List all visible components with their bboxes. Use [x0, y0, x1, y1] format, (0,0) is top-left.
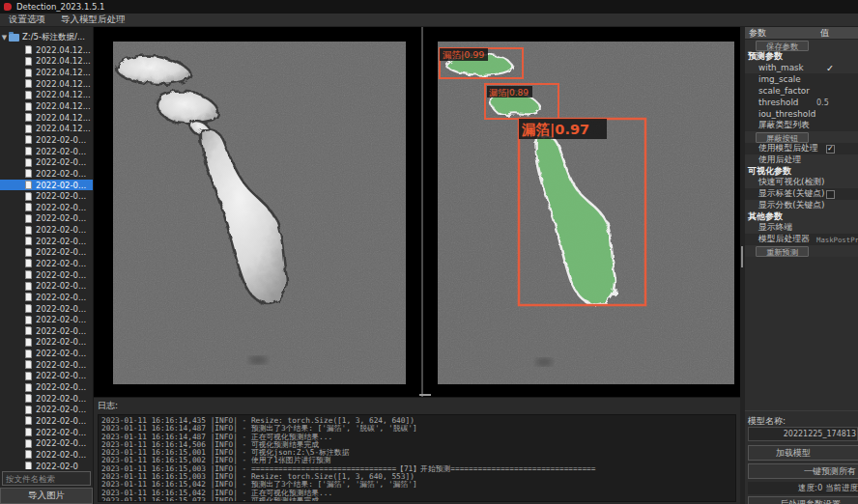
param-row[interactable]: scale_factor — [745, 85, 858, 97]
horizontal-splitter-handle[interactable] — [419, 394, 431, 396]
param-value[interactable]: MaskPostPro — [816, 234, 858, 245]
tree-item[interactable]: 2022.04.12... — [0, 56, 93, 68]
param-row[interactable]: threshold 0.5 — [745, 97, 858, 108]
tree-item[interactable]: 2022.04.12... — [0, 112, 93, 124]
tree-item-label: 2022-02-0... — [36, 247, 86, 257]
tree-item[interactable]: 2022-02-0... — [0, 134, 93, 146]
tree-item[interactable]: 2022-02-0... — [0, 359, 93, 371]
load-model-button[interactable]: 加载模型 — [748, 445, 858, 461]
param-row[interactable]: 屏蔽按钮 — [745, 131, 858, 143]
tree-item[interactable]: 2022-02-0... — [0, 236, 93, 247]
tree-item[interactable]: 2022.04.12... — [0, 78, 93, 90]
param-row[interactable]: 重新预测 — [745, 245, 858, 257]
parameters-panel: 参数 值 保存参数 预测参数 with_mask ✓ — [745, 27, 858, 504]
tree-item[interactable]: 2022-02-0... — [0, 381, 93, 393]
log-area: 日志: 2023-01-11 16:16:14,435 |INFO| - Res… — [94, 397, 740, 504]
param-row[interactable]: img_scale — [745, 73, 858, 85]
tree-item[interactable]: 2022-02-0... — [0, 202, 93, 213]
tree-item-label: 2022-02-0... — [36, 203, 86, 212]
tree-item-list: 2022.04.12... 2022.04.12... 2022.04.12..… — [0, 44, 93, 469]
file-icon — [25, 135, 32, 144]
file-icon — [25, 428, 32, 436]
tree-item-label: 2022-02-0... — [36, 225, 86, 235]
tree-item[interactable]: 2022-02-0 — [0, 461, 93, 469]
param-row[interactable]: 显示标签(关键点) — [745, 188, 858, 200]
tree-item[interactable]: 2022-02-0... — [0, 180, 93, 191]
param-row[interactable]: 其他参数 — [745, 211, 858, 222]
search-input[interactable] — [2, 471, 91, 486]
tree-item-label: 2022-02-0... — [36, 438, 86, 448]
tree-item-label: 2022.04.12... — [36, 68, 91, 77]
file-icon — [25, 102, 32, 111]
tree-item[interactable]: 2022-02-0... — [0, 405, 93, 416]
tree-item[interactable]: 2022-02-0... — [0, 393, 93, 405]
tree-item[interactable]: 2022-02-0... — [0, 449, 93, 461]
param-row[interactable]: 显示终端 — [745, 222, 858, 234]
tree-item[interactable]: 2022.04.12... — [0, 100, 93, 112]
menu-item[interactable]: 设置选项 — [9, 14, 45, 26]
tree-item[interactable]: 2022.04.12... — [0, 90, 93, 101]
param-row[interactable]: 模型后处理器 MaskPostPro — [745, 234, 858, 245]
tree-item-label: 2022-02-0... — [36, 382, 86, 392]
postprocess-settings-button[interactable]: 后处理参数设置 — [748, 496, 858, 504]
tree-item[interactable]: 2022-02-0... — [0, 190, 93, 202]
tree-item[interactable]: 2022-02-0... — [0, 427, 93, 438]
expand-arrow-icon[interactable]: ▼ — [0, 34, 9, 42]
splitter-grip[interactable] — [741, 246, 743, 267]
log-console[interactable]: 2023-01-11 16:16:14,435 |INFO| - Resize:… — [98, 414, 736, 502]
param-row[interactable]: 快速可视化(检测) — [745, 177, 858, 188]
menu-item[interactable]: 导入模型后处理 — [61, 14, 126, 26]
tree-item-label: 2022-02-0... — [36, 428, 86, 437]
tree-item-label: 2022-02-0... — [36, 416, 86, 426]
tree-item[interactable]: 2022-02-0... — [0, 314, 93, 325]
predict-all-button[interactable]: 一键预测所有 — [748, 463, 858, 479]
param-row[interactable]: 屏蔽类型列表 — [745, 120, 858, 131]
original-image-panel[interactable] — [113, 42, 406, 384]
file-icon — [25, 57, 32, 66]
prediction-image-panel[interactable]: 漏箔|0.99 漏箔|0.89 漏箔|0.97 — [438, 42, 734, 384]
tree-item[interactable]: 2022-02-0... — [0, 348, 93, 359]
import-images-button[interactable]: 导入图片 — [0, 488, 93, 504]
param-row[interactable]: 预测参数 — [745, 51, 858, 62]
tree-item[interactable]: 2022-02-0... — [0, 325, 93, 337]
file-icon — [25, 293, 32, 301]
param-value[interactable]: ✓ — [826, 145, 835, 154]
file-icon — [25, 248, 32, 257]
tree-item[interactable]: 2022-02-0... — [0, 156, 93, 168]
param-label: iou_threshold — [745, 109, 815, 119]
tree-item-label: 2022-02-0 — [36, 462, 78, 469]
tree-item[interactable]: 2022-02-0... — [0, 146, 93, 157]
param-value[interactable] — [826, 190, 835, 199]
tree-item[interactable]: 2022-02-0... — [0, 224, 93, 236]
model-name-field[interactable]: 20221225_174813 — [748, 427, 858, 441]
detection-label: 漏箔|0.99 — [443, 49, 484, 60]
tree-item[interactable]: 2022-02-0... — [0, 437, 93, 449]
tree-item[interactable]: 2022.04.12... — [0, 67, 93, 78]
header-param: 参数 — [745, 27, 820, 40]
param-row[interactable]: 使用模型后处理 ✓ — [745, 143, 858, 154]
file-icon — [25, 113, 32, 122]
tree-item[interactable]: 2022-02-0... — [0, 247, 93, 259]
tree-item[interactable]: 2022-02-0... — [0, 168, 93, 180]
param-row[interactable]: with_mask ✓ — [745, 62, 858, 73]
tree-item[interactable]: 2022-02-0... — [0, 213, 93, 225]
tree-item[interactable]: 2022-02-0... — [0, 280, 93, 292]
tree-item[interactable]: 2022-02-0... — [0, 371, 93, 382]
param-row[interactable]: iou_threshold — [745, 108, 858, 120]
tree-item[interactable]: 2022.04.12... — [0, 123, 93, 134]
tree-item[interactable]: 2022-02-0... — [0, 269, 93, 281]
tree-root-folder[interactable]: ▼ Z:/5-标注数据/... — [0, 31, 93, 43]
param-value[interactable]: ✓ — [826, 62, 834, 73]
file-icon — [25, 226, 32, 235]
tree-item[interactable]: 2022-02-0... — [0, 415, 93, 427]
tree-item[interactable]: 2022-02-0... — [0, 337, 93, 349]
tree-item-label: 2022-02-0... — [36, 326, 86, 336]
tree-item[interactable]: 2022-02-0... — [0, 303, 93, 315]
tree-item-label: 2022-02-0... — [36, 191, 86, 201]
param-value[interactable]: 0.5 — [816, 97, 829, 108]
tree-item[interactable]: 2022-02-0... — [0, 258, 93, 269]
param-row[interactable]: 可视化参数 — [745, 166, 858, 177]
tree-item[interactable]: 2022.04.12... — [0, 44, 93, 56]
tree-item[interactable]: 2022-02-0... — [0, 292, 93, 303]
param-label: img_scale — [745, 74, 801, 84]
